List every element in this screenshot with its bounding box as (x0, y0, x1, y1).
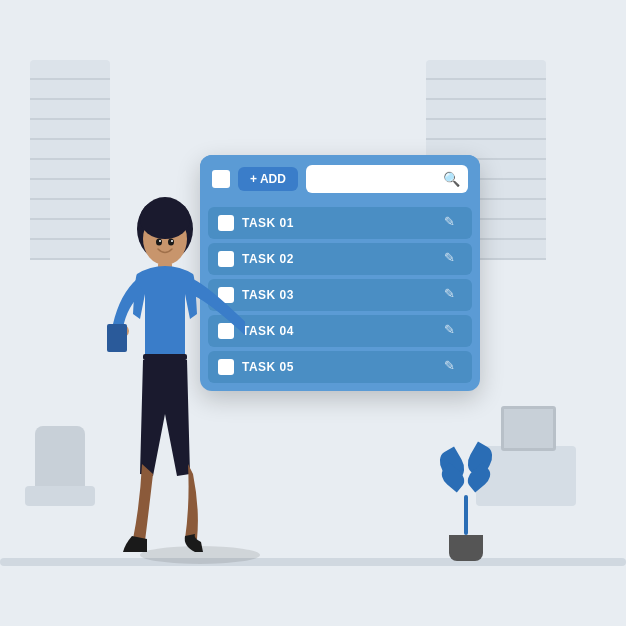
svg-rect-6 (107, 324, 127, 352)
plant-pot (449, 535, 483, 561)
task-05-edit-icon[interactable]: ✎ (444, 358, 462, 376)
task-row: TASK 02 ✎ (208, 243, 472, 275)
task-row: TASK 01 ✎ (208, 207, 472, 239)
svg-point-8 (156, 239, 162, 246)
svg-point-9 (168, 239, 174, 246)
task-row: TASK 03 ✎ (208, 279, 472, 311)
task-05-label: TASK 05 (242, 360, 436, 374)
svg-point-2 (140, 199, 190, 239)
svg-point-10 (159, 240, 161, 242)
desk-monitor (501, 406, 556, 451)
task-03-label: TASK 03 (242, 288, 436, 302)
svg-rect-7 (143, 354, 187, 360)
woman-figure (85, 184, 245, 564)
task-row: TASK 04 ✎ (208, 315, 472, 347)
task-04-edit-icon[interactable]: ✎ (444, 322, 462, 340)
task-04-label: TASK 04 (242, 324, 436, 338)
search-icon: 🔍 (443, 171, 460, 187)
svg-point-11 (171, 240, 173, 242)
plant-stem (464, 495, 468, 535)
task-02-label: TASK 02 (242, 252, 436, 266)
plant-leaves (436, 445, 496, 495)
task-row: TASK 05 ✎ (208, 351, 472, 383)
task-02-edit-icon[interactable]: ✎ (444, 250, 462, 268)
add-button[interactable]: + ADD (238, 167, 298, 191)
task-01-label: TASK 01 (242, 216, 436, 230)
search-bar[interactable]: 🔍 (306, 165, 468, 193)
plant (436, 445, 496, 561)
task-01-edit-icon[interactable]: ✎ (444, 214, 462, 232)
task-03-edit-icon[interactable]: ✎ (444, 286, 462, 304)
